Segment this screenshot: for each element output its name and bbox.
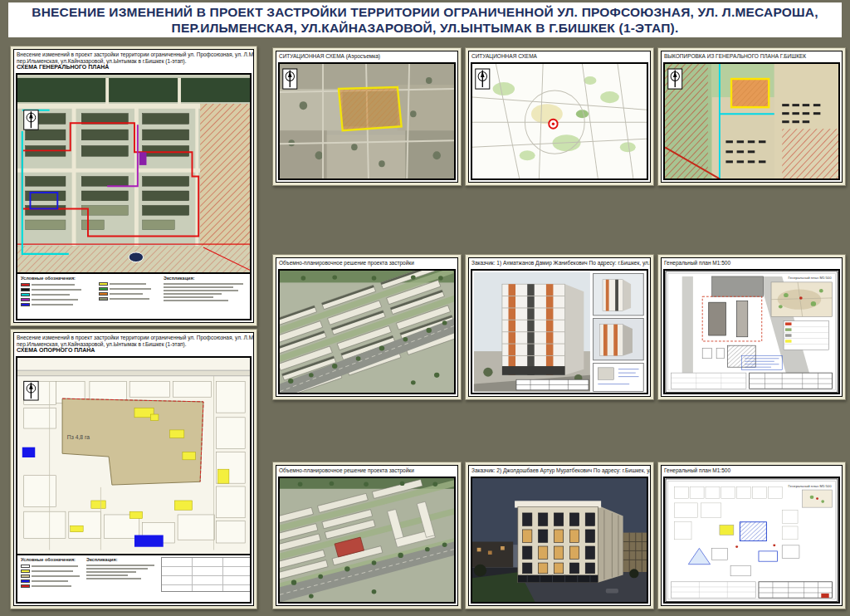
legend-title: Условные обозначения: — [21, 276, 92, 281]
north-compass-icon — [476, 69, 490, 89]
existing-building-large — [711, 276, 763, 296]
massing-render-1 — [280, 271, 454, 393]
inset-city-map — [803, 490, 833, 507]
panel-title: Заказчик: 1) Ахматжанов Дамир Жанибекови… — [471, 260, 647, 266]
panel-title: Внесение изменений в проект застройки те… — [14, 333, 253, 354]
inset-city-map — [771, 281, 832, 316]
panel-building-render-1: Заказчик: 1) Ахматжанов Дамир Жанибекови… — [465, 254, 654, 400]
city-map — [472, 64, 647, 178]
inset-map-label: Генеральный план М1:500 — [788, 276, 832, 280]
panel-title: Генеральный план М1:500 — [664, 260, 839, 266]
title-block-stamp — [672, 373, 833, 389]
panel-general-plan-500-2: Генеральный план М1:500 Генеральный план… — [657, 462, 846, 609]
car — [606, 589, 618, 593]
board-title: ВНЕСЕНИЕ ИЗМЕНЕНИЙ В ПРОЕКТ ЗАСТРОЙКИ ТЕ… — [8, 2, 842, 37]
master-plan-extract-map — [665, 64, 838, 178]
legend-title: Условные обозначения: — [21, 557, 80, 563]
building-render-1 — [472, 271, 647, 393]
panel-title: Объемно-планировочное решение проекта за… — [279, 467, 455, 474]
panel-reference-plan-schema: Внесение изменений в проект застройки те… — [10, 329, 257, 609]
panel-title: Внесение изменений в проект застройки те… — [14, 50, 253, 71]
north-compass-icon — [283, 69, 297, 89]
reference-plan-map: Пз 4,8 га — [17, 358, 250, 554]
panel-title: Объемно-планировочное решение проекта за… — [279, 260, 455, 266]
panel-massing-render-1: Объемно-планировочное решение проекта за… — [272, 254, 462, 400]
panel-title: ВЫКОПИРОВКА ИЗ ГЕНЕРАЛЬНОГО ПЛАНА Г.БИШК… — [664, 53, 839, 60]
proposed-building-1 — [709, 302, 726, 335]
general-plan-legend: Условные обозначения: Экспликация: — [17, 272, 250, 319]
panel-situational-map: СИТУАЦИОННАЯ СХЕМА — [465, 47, 654, 186]
massing-render-2 — [280, 478, 454, 602]
panel-general-plan-500-1: Генеральный план М1:500 Генеральный план… — [657, 254, 846, 400]
building-side-face — [598, 505, 623, 582]
tep-table — [516, 379, 589, 390]
board-title-line1: ВНЕСЕНИЕ ИЗМЕНЕНИЙ В ПРОЕКТ ЗАСТРОЙКИ ТЕ… — [8, 4, 842, 20]
tree — [483, 367, 492, 376]
panel-building-render-2: Заказчик: 2) Джолдошбаев Артур Муратбеко… — [465, 462, 654, 609]
storefront — [518, 574, 598, 582]
reference-plan-legend: Условные обозначения: Экспликация: — [17, 554, 250, 602]
north-compass-icon — [24, 381, 38, 400]
aerial-photo — [280, 64, 454, 178]
presentation-board: { "page": { "title_line1": "ВНЕСЕНИЕ ИЗМ… — [0, 0, 850, 616]
tree-silhouette — [474, 564, 486, 576]
site-plan-sheet-2: Генеральный план М1:500 — [665, 478, 838, 602]
explication-title: Экспликация: — [86, 557, 154, 563]
site-plan-sheet-1: Генеральный план М1:500 — [665, 271, 838, 393]
inset-map-label: Генеральный план М1:500 — [789, 483, 833, 487]
panel-title: СИТУАЦИОННАЯ СХЕМА (Аэросъемка) — [279, 53, 455, 60]
explication-table — [161, 557, 252, 592]
north-compass-icon — [668, 69, 682, 89]
label-oval — [129, 252, 143, 262]
yellow-building — [720, 525, 734, 535]
north-compass-icon — [24, 110, 38, 130]
general-plan-map — [17, 75, 250, 272]
proposed-building-2 — [737, 301, 748, 336]
legend-table — [784, 320, 829, 350]
panel-title: Генеральный план М1:500 — [664, 467, 839, 474]
building-render-2 — [472, 478, 647, 602]
legend-swatch — [21, 283, 30, 286]
road-band-vertical — [682, 276, 693, 388]
restricted-zone-hatch — [200, 104, 250, 246]
panel-master-plan-extract: ВЫКОПИРОВКА ИЗ ГЕНЕРАЛЬНОГО ПЛАНА Г.БИШК… — [657, 47, 846, 186]
area-label: Пз 4,8 га — [67, 434, 90, 440]
panel-title: Заказчик: 2) Джолдошбаев Артур Муратбеко… — [471, 467, 647, 474]
title-block-stamp — [672, 581, 833, 597]
panel-general-plan-schema: Внесение изменений в проект застройки те… — [10, 46, 257, 326]
panel-situational-aerial: СИТУАЦИОННАЯ СХЕМА (Аэросъемка) — [272, 47, 462, 186]
panel-massing-render-2: Объемно-планировочное решение проекта за… — [272, 462, 462, 609]
building-plinth — [502, 366, 565, 375]
blue-hatched-building — [740, 521, 766, 540]
building-side-face — [565, 284, 584, 375]
panel-title: СИТУАЦИОННАЯ СХЕМА — [471, 53, 647, 60]
board-title-line2: ПЕР.ИЛЬМЕНСКАЯ, УЛ.КАЙНАЗАРОВОЙ, УЛ.ЫНТЫ… — [8, 20, 842, 36]
explication-title: Экспликация: — [164, 276, 247, 281]
red-zone-hatch-right — [782, 129, 838, 178]
site-dot — [799, 296, 803, 299]
